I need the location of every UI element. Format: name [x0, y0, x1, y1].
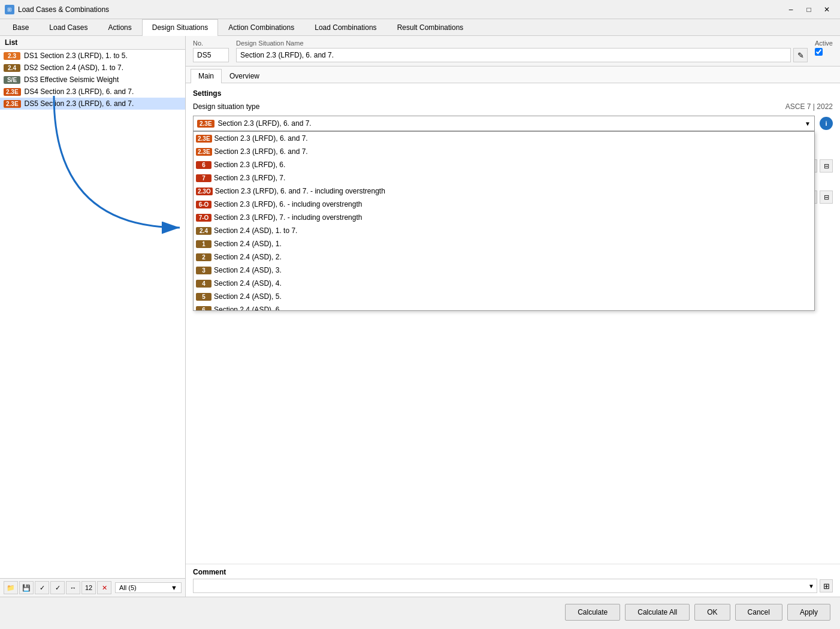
no-label: No. — [193, 40, 229, 47]
list-item-label-ds1: DS1 Section 2.3 (LRFD), 1. to 5. — [24, 52, 128, 60]
di-label: Section 2.3 (LRFD), 6. and 7. — [214, 147, 308, 156]
app-icon: ⊞ — [5, 5, 14, 14]
di-badge: 2.3E — [196, 135, 212, 143]
di-badge: 5 — [196, 293, 211, 301]
dropdown-item[interactable]: 3 Section 2.4 (ASD), 3. — [194, 264, 814, 277]
list-item[interactable]: 2.3E DS4 Section 2.3 (LRFD), 6. and 7. — [0, 86, 185, 98]
di-badge: 1 — [196, 240, 211, 248]
ok-button[interactable]: OK — [694, 604, 730, 621]
dropdown-item[interactable]: 5 Section 2.4 (ASD), 5. — [194, 290, 814, 303]
active-checkbox-area — [815, 48, 823, 56]
badge-ds2: 2.4 — [4, 64, 20, 72]
edit-name-button[interactable]: ✎ — [793, 48, 808, 62]
selected-badge: 2.3E — [197, 120, 214, 128]
check-button[interactable]: ✓ — [35, 581, 49, 594]
tab-result-combinations[interactable]: Result Combinations — [387, 19, 474, 35]
selected-value: Section 2.3 (LRFD), 6. and 7. — [218, 119, 312, 128]
no-input[interactable]: DS5 — [193, 48, 229, 62]
dropdown-item[interactable]: 6-O Section 2.3 (LRFD), 6. - including o… — [194, 198, 814, 211]
list-item-label-ds3: DS3 Effective Seismic Weight — [24, 75, 119, 84]
name-label: Design Situation Name — [236, 40, 808, 47]
name-input[interactable]: Section 2.3 (LRFD), 6. and 7. — [236, 48, 791, 62]
inner-tab-main[interactable]: Main — [191, 69, 222, 83]
di-label: Section 2.4 (ASD), 1. — [214, 240, 282, 248]
right-header: No. DS5 Design Situation Name Section 2.… — [186, 36, 840, 66]
list-item-label-ds5: DS5 Section 2.3 (LRFD), 6. and 7. — [25, 99, 134, 108]
dropdown-item[interactable]: 2.3E Section 2.3 (LRFD), 6. and 7. — [194, 145, 814, 158]
inner-tabs: Main Overview — [186, 66, 840, 83]
cancel-button[interactable]: Cancel — [735, 604, 782, 621]
design-situation-dropdown[interactable]: 2.3E Section 2.3 (LRFD), 6. and 7. ▼ — [193, 116, 815, 131]
list-item[interactable]: 2.3 DS1 Section 2.3 (LRFD), 1. to 5. — [0, 50, 185, 62]
badge-ds1: 2.3 — [4, 52, 20, 60]
number-button[interactable]: 12 — [81, 581, 96, 594]
inner-tab-overview[interactable]: Overview — [222, 69, 267, 83]
title-bar: ⊞ Load Cases & Combinations – □ ✕ — [0, 0, 840, 19]
close-button[interactable]: ✕ — [818, 4, 835, 16]
list-header: List — [0, 36, 185, 50]
di-badge: 6 — [196, 306, 211, 312]
apply-button[interactable]: Apply — [787, 604, 830, 621]
comment-dropdown[interactable]: ▼ — [193, 579, 817, 593]
active-checkbox[interactable] — [815, 48, 823, 56]
di-badge: 2.3E — [196, 148, 212, 156]
settings-title: Settings — [193, 89, 833, 98]
di-badge: 2.4 — [196, 227, 211, 235]
dropdown-item[interactable]: 2.3E Section 2.3 (LRFD), 6. and 7. — [194, 132, 814, 145]
di-label: Section 2.4 (ASD), 3. — [214, 266, 282, 274]
di-label: Section 2.4 (ASD), 1. to 7. — [214, 226, 297, 235]
dropdown-item[interactable]: 2.3O Section 2.3 (LRFD), 6. and 7. - inc… — [194, 185, 814, 198]
design-situation-type-row: Design situation type ASCE 7 | 2022 — [193, 102, 833, 111]
save-button[interactable]: 💾 — [19, 581, 34, 594]
combo-icon-btn-2[interactable]: ⊟ — [820, 159, 833, 173]
dropdown-item[interactable]: 6 Section 2.4 (ASD), 6. — [194, 303, 814, 311]
tab-bar: Base Load Cases Actions Design Situation… — [0, 19, 840, 36]
tab-action-combinations[interactable]: Action Combinations — [218, 19, 304, 35]
tab-design-situations[interactable]: Design Situations — [142, 19, 218, 36]
badge-ds4: 2.3E — [4, 88, 21, 96]
filter-dropdown[interactable]: All (5) ▼ — [115, 582, 182, 593]
tab-actions[interactable]: Actions — [98, 19, 141, 35]
di-label: Section 2.3 (LRFD), 6. - including overs… — [214, 200, 362, 208]
list-item[interactable]: 2.4 DS2 Section 2.4 (ASD), 1. to 7. — [0, 62, 185, 74]
list-items: 2.3 DS1 Section 2.3 (LRFD), 1. to 5. 2.4… — [0, 50, 185, 578]
calculate-all-button[interactable]: Calculate All — [625, 604, 690, 621]
window-title: Load Cases & Combinations — [18, 5, 782, 14]
delete-button[interactable]: ✕ — [97, 581, 111, 594]
dropdown-item[interactable]: 7-O Section 2.3 (LRFD), 7. - including o… — [194, 211, 814, 224]
comment-copy-button[interactable]: ⊞ — [820, 579, 833, 592]
comment-section: Comment ▼ ⊞ — [186, 564, 840, 597]
list-item[interactable]: S/E DS3 Effective Seismic Weight — [0, 74, 185, 86]
dropdown-arrow-icon: ▼ — [171, 584, 177, 591]
di-label: Section 2.3 (LRFD), 7. - including overs… — [214, 213, 362, 222]
dropdown-item[interactable]: 6 Section 2.3 (LRFD), 6. — [194, 158, 814, 171]
settings-area: Settings Design situation type ASCE 7 | … — [186, 83, 840, 564]
design-situation-dropdown-container: 2.3E Section 2.3 (LRFD), 6. and 7. ▼ 2.3… — [193, 116, 815, 131]
dropdown-item[interactable]: 2.4 Section 2.4 (ASD), 1. to 7. — [194, 224, 814, 237]
dropdown-item[interactable]: 2 Section 2.4 (ASD), 2. — [194, 250, 814, 264]
list-item-label-ds4: DS4 Section 2.3 (LRFD), 6. and 7. — [25, 87, 134, 96]
minimize-button[interactable]: – — [782, 4, 799, 16]
bottom-bar: Calculate Calculate All OK Cancel Apply — [0, 597, 840, 627]
tab-base[interactable]: Base — [2, 19, 39, 35]
dst-label: Design situation type — [193, 102, 289, 111]
text-field-btn-2[interactable]: ⊟ — [820, 190, 833, 204]
tab-load-combinations[interactable]: Load Combinations — [304, 19, 386, 35]
di-badge: 2 — [196, 253, 211, 261]
di-label: Section 2.4 (ASD), 2. — [214, 253, 282, 261]
tab-load-cases[interactable]: Load Cases — [39, 19, 98, 35]
calculate-button[interactable]: Calculate — [565, 604, 620, 621]
badge-ds3: S/E — [4, 76, 20, 84]
list-item-label-ds2: DS2 Section 2.4 (ASD), 1. to 7. — [24, 63, 123, 72]
list-item-selected[interactable]: 2.3E DS5 Section 2.3 (LRFD), 6. and 7. — [0, 98, 185, 110]
di-label: Section 2.3 (LRFD), 6. and 7. — [214, 134, 308, 143]
maximize-button[interactable]: □ — [800, 4, 817, 16]
info-button[interactable]: i — [820, 117, 833, 130]
dropdown-item[interactable]: 1 Section 2.4 (ASD), 1. — [194, 237, 814, 250]
dropdown-item[interactable]: 7 Section 2.3 (LRFD), 7. — [194, 171, 814, 185]
arrows-button[interactable]: ↔ — [66, 581, 80, 594]
new-folder-button[interactable]: 📁 — [4, 581, 18, 594]
dropdown-item[interactable]: 4 Section 2.4 (ASD), 4. — [194, 277, 814, 290]
di-badge: 4 — [196, 280, 211, 288]
check2-button[interactable]: ✓ — [50, 581, 65, 594]
